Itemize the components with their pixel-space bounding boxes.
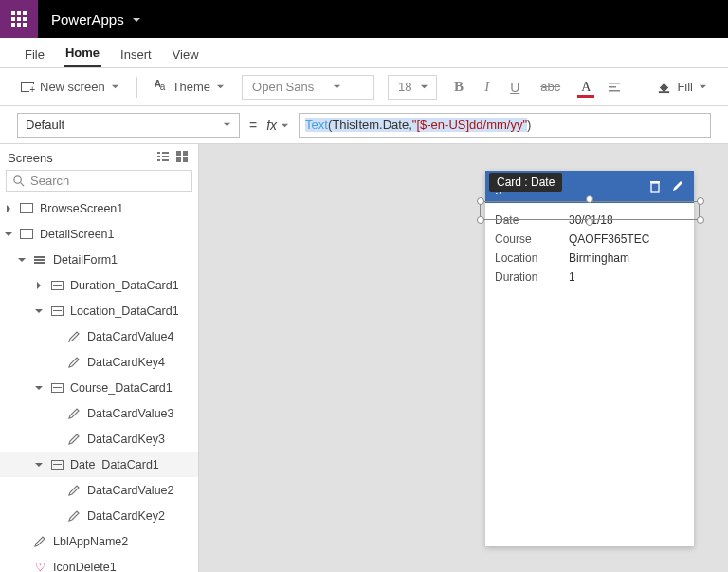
resize-handle[interactable] [586,195,593,203]
twisty-icon[interactable] [4,205,13,212]
thumb-view-icon[interactable] [175,150,189,166]
tree-item[interactable]: DetailScreen1 [0,221,198,247]
svg-rect-11 [609,90,620,92]
align-button[interactable] [608,81,621,94]
pencil-icon [32,535,47,548]
formula-input[interactable]: Text(ThisItem.Date,"[$-en-US]dd/mm/yy" ) [299,113,711,138]
pencil-icon [66,356,82,369]
tree-item[interactable]: Duration_DataCard1 [0,272,198,298]
resize-handle[interactable] [477,216,484,224]
rect-icon [19,203,34,213]
svg-rect-17 [157,159,160,161]
tree-item-label: DetailScreen1 [40,228,192,241]
twisty-icon[interactable] [17,256,27,264]
tree-item-label: Duration_DataCard1 [70,279,192,292]
fill-icon [657,80,671,94]
search-input[interactable]: Search [6,170,192,192]
strikethrough-button[interactable]: abc [537,80,564,94]
svg-rect-18 [162,159,169,161]
formula-token-str: "[$-en-US]dd/mm/yy" [412,118,527,132]
svg-rect-25 [651,183,659,192]
resize-handle[interactable] [697,216,704,224]
tab-view[interactable]: View [171,42,201,67]
tree-item[interactable]: Date_DataCard1 [0,452,198,477]
tab-home[interactable]: Home [64,40,101,67]
tree-item[interactable]: DataCardKey3 [0,426,198,452]
tree-item[interactable]: DataCardValue3 [0,400,198,426]
tree-view-icon[interactable] [156,150,170,166]
preview-row: CourseQAOFF365TEC [495,230,684,249]
heart-icon: ♡ [32,561,47,573]
new-screen-icon [21,82,34,92]
selection-outline[interactable] [480,201,700,220]
tree-item-label: DataCardKey2 [87,509,192,523]
font-size-dropdown[interactable]: 18 [388,75,437,100]
waffle-icon [11,11,27,27]
tree-item[interactable]: BrowseScreen1 [0,195,198,221]
card-icon [49,383,64,393]
device-preview: gEvents Date30/01/18CourseQAOFF365TECLoc… [485,171,694,546]
card-icon [49,460,64,470]
tree-item[interactable]: ♡IconDelete1 [0,554,198,572]
svg-rect-16 [162,156,169,157]
svg-rect-9 [609,83,620,84]
svg-line-24 [20,182,24,186]
tree-item-label: Location_DataCard1 [70,304,192,318]
svg-rect-14 [162,152,169,154]
edit-icon[interactable] [671,179,684,195]
tree-item[interactable]: DataCardKey4 [0,349,198,375]
preview-key: Course [495,232,569,246]
tab-insert[interactable]: Insert [118,42,154,67]
tree-item[interactable]: LblAppName2 [0,528,198,554]
svg-rect-4 [17,17,21,21]
twisty-icon[interactable] [34,307,44,315]
fill-label: Fill [677,80,693,94]
tree-item-label: BrowseScreen1 [40,202,192,215]
tab-file[interactable]: File [23,42,46,67]
preview-row: LocationBirmingham [495,249,684,268]
bold-button[interactable]: B [450,79,467,95]
svg-rect-22 [183,157,188,162]
tree-item-label: Course_DataCard1 [70,381,192,395]
tree-item[interactable]: DetailForm1 [0,247,198,272]
chevron-down-icon [333,80,341,94]
tree-item[interactable]: DataCardValue4 [0,323,198,349]
font-color-button[interactable]: A [577,80,594,95]
screens-title: Screens [8,151,53,165]
italic-button[interactable]: I [481,79,493,95]
twisty-icon[interactable] [4,231,13,238]
canvas[interactable]: gEvents Date30/01/18CourseQAOFF365TECLoc… [199,144,728,572]
font-family-value: Open Sans [252,80,314,94]
theme-button[interactable]: Theme [151,78,228,96]
form-icon [32,256,47,264]
preview-value: Birmingham [569,251,629,265]
svg-rect-6 [11,23,15,27]
new-screen-button[interactable]: New screen [17,78,123,96]
fill-button[interactable]: Fill [653,78,711,96]
chevron-down-icon [699,80,707,94]
resize-handle[interactable] [586,218,593,226]
tree-item[interactable]: Location_DataCard1 [0,298,198,323]
tree-item[interactable]: DataCardKey2 [0,503,198,528]
preview-value: QAOFF365TEC [569,232,649,246]
twisty-icon[interactable] [34,282,44,289]
app-launcher-button[interactable] [0,0,38,38]
twisty-icon[interactable] [34,461,44,469]
card-icon [49,306,64,316]
font-family-dropdown[interactable]: Open Sans [242,75,374,100]
brand-dropdown[interactable]: PowerApps [38,0,155,38]
tree-item[interactable]: DataCardValue2 [0,477,198,503]
preview-row: Duration1 [495,268,684,286]
tree-item[interactable]: Course_DataCard1 [0,375,198,400]
tree-item-label: Date_DataCard1 [70,458,192,471]
delete-icon[interactable] [648,179,662,195]
search-placeholder: Search [30,174,69,188]
twisty-icon[interactable] [34,384,44,392]
resize-handle[interactable] [477,197,484,205]
formula-bar: Default = fx Text(ThisItem.Date,"[$-en-U… [0,106,728,144]
underline-button[interactable]: U [506,80,523,95]
property-dropdown[interactable]: Default [17,113,240,138]
fx-button[interactable]: fx [266,118,289,133]
menubar: File Home Insert View [0,38,728,68]
resize-handle[interactable] [697,197,704,205]
